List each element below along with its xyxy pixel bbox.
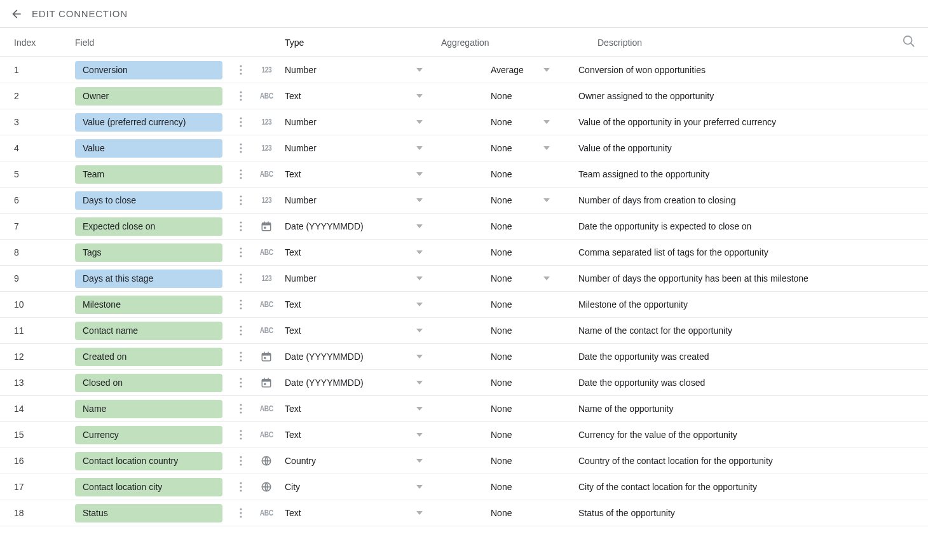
kebab-icon [240, 169, 242, 179]
field-chip[interactable]: Owner [75, 87, 222, 106]
type-label: Number [285, 65, 406, 75]
row-menu-button[interactable] [235, 88, 247, 104]
type-dropdown[interactable] [416, 68, 423, 72]
type-dropdown[interactable] [416, 381, 423, 385]
search-button[interactable] [902, 34, 916, 50]
row-menu-button[interactable] [235, 375, 247, 390]
kebab-icon [240, 325, 242, 336]
aggregation-label: None [470, 195, 534, 205]
type-dropdown[interactable] [416, 407, 423, 411]
search-icon [902, 34, 916, 48]
row-menu-button[interactable] [235, 193, 247, 208]
type-dropdown[interactable] [416, 433, 423, 437]
field-chip[interactable]: Milestone [75, 296, 222, 314]
aggregation-label: None [470, 273, 534, 283]
row-menu-button[interactable] [235, 245, 247, 260]
field-chip[interactable]: Status [75, 504, 222, 522]
row-menu-button[interactable] [235, 62, 247, 78]
field-chip[interactable]: Expected close on [75, 217, 222, 236]
type-dropdown[interactable] [416, 172, 423, 176]
field-chip[interactable]: Team [75, 165, 222, 184]
type-dropdown[interactable] [416, 224, 423, 228]
field-chip[interactable]: Created on [75, 348, 222, 366]
date-type-icon [257, 219, 276, 233]
text-type-icon: ABC [257, 324, 276, 338]
field-chip[interactable]: Contact location city [75, 478, 222, 496]
row-menu-button[interactable] [235, 140, 247, 156]
text-type-icon: ABC [257, 167, 276, 181]
table-row: 9 Days at this stage 123 Number None Num… [0, 266, 928, 292]
type-label: Text [285, 325, 406, 336]
row-menu-button[interactable] [235, 349, 247, 364]
row-index: 3 [14, 117, 75, 127]
field-chip[interactable]: Conversion [75, 61, 222, 79]
header-index: Index [14, 38, 75, 48]
table-row: 11 Contact name ABC Text None Name of th… [0, 318, 928, 344]
field-chip[interactable]: Days at this stage [75, 270, 222, 288]
row-menu-button[interactable] [235, 297, 247, 312]
description-text: Team assigned to the opportunity [559, 169, 928, 179]
number-type-icon: 123 [257, 193, 276, 207]
kebab-icon [240, 378, 242, 388]
description-text: Date the opportunity is expected to clos… [559, 221, 928, 231]
row-menu-button[interactable] [235, 479, 247, 495]
type-dropdown[interactable] [416, 511, 423, 515]
type-dropdown[interactable] [416, 146, 423, 150]
type-dropdown[interactable] [416, 485, 423, 489]
description-text: Country of the contact location for the … [559, 456, 928, 466]
row-menu-button[interactable] [235, 401, 247, 416]
row-menu-button[interactable] [235, 271, 247, 286]
aggregation-dropdown[interactable] [543, 68, 550, 72]
chevron-down-icon [416, 485, 423, 489]
text-type-icon: ABC [257, 402, 276, 416]
row-menu-button[interactable] [235, 323, 247, 338]
type-label: Text [285, 91, 406, 101]
field-chip[interactable]: Contact name [75, 322, 222, 340]
chevron-down-icon [543, 198, 550, 202]
field-chip[interactable]: Contact location country [75, 452, 222, 470]
type-dropdown[interactable] [416, 329, 423, 332]
type-dropdown[interactable] [416, 355, 423, 359]
field-chip[interactable]: Closed on [75, 374, 222, 392]
row-menu-button[interactable] [235, 219, 247, 234]
aggregation-label: None [470, 299, 534, 310]
description-text: Date the opportunity was closed [559, 378, 928, 388]
description-text: City of the contact location for the opp… [559, 482, 928, 492]
type-dropdown[interactable] [416, 198, 423, 202]
row-index: 6 [14, 195, 75, 205]
type-dropdown[interactable] [416, 303, 423, 306]
aggregation-label: None [470, 169, 534, 179]
row-menu-button[interactable] [235, 453, 247, 468]
aggregation-dropdown[interactable] [543, 146, 550, 150]
back-button[interactable] [9, 6, 24, 22]
aggregation-label: Average [470, 65, 534, 75]
type-label: Date (YYYYMMDD) [285, 352, 406, 362]
row-menu-button[interactable] [235, 427, 247, 442]
field-chip[interactable]: Value (preferred currency) [75, 113, 222, 132]
description-text: Milestone of the opportunity [559, 299, 928, 310]
type-dropdown[interactable] [416, 459, 423, 463]
aggregation-dropdown[interactable] [543, 198, 550, 202]
table-row: 17 Contact location city City None City … [0, 474, 928, 500]
field-chip[interactable]: Value [75, 139, 222, 158]
header-description: Description [559, 38, 890, 48]
row-menu-button[interactable] [235, 505, 247, 521]
text-type-icon: ABC [257, 245, 276, 259]
table-row: 13 Closed on Date (YYYYMMDD) None Date t… [0, 370, 928, 396]
field-chip[interactable]: Currency [75, 426, 222, 444]
field-chip[interactable]: Name [75, 400, 222, 418]
kebab-icon [240, 456, 242, 466]
table-header-row: Index Field Type Aggregation Description [0, 28, 928, 57]
field-chip[interactable]: Days to close [75, 191, 222, 210]
aggregation-dropdown[interactable] [543, 120, 550, 124]
row-menu-button[interactable] [235, 167, 247, 182]
type-dropdown[interactable] [416, 250, 423, 254]
aggregation-label: None [470, 456, 534, 466]
type-dropdown[interactable] [416, 277, 423, 280]
field-chip[interactable]: Tags [75, 243, 222, 262]
aggregation-dropdown[interactable] [543, 277, 550, 280]
chevron-down-icon [543, 146, 550, 150]
row-menu-button[interactable] [235, 114, 247, 130]
type-dropdown[interactable] [416, 120, 423, 124]
type-dropdown[interactable] [416, 94, 423, 98]
